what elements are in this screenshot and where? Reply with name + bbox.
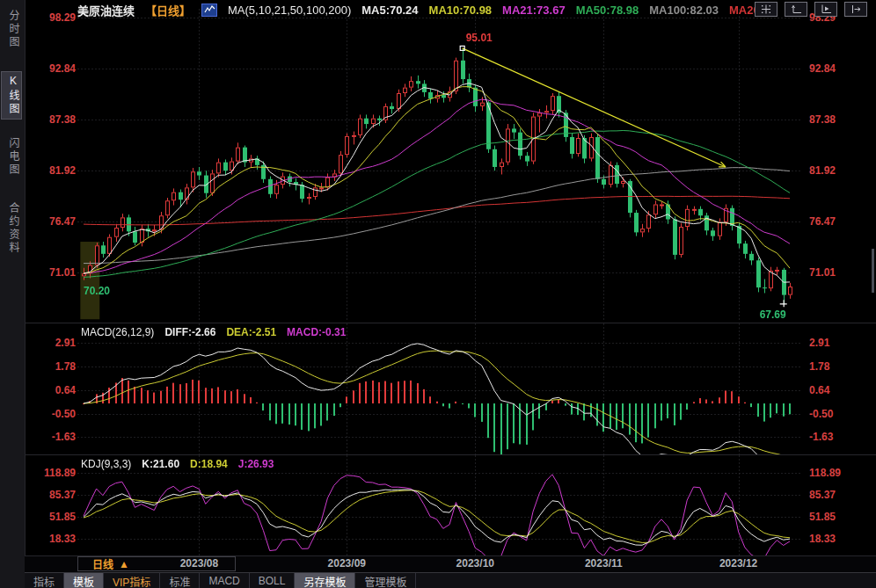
macd-title: MACD(26,12,9) [81, 326, 154, 338]
y-axis-tick: 0.64 [809, 384, 871, 396]
sidebar-item-contract-info[interactable]: 合约资料 [2, 200, 21, 258]
ma-caption: MA(5,10,21,50,100,200) [228, 4, 351, 17]
ma-value: MA10:70.98 [429, 4, 493, 17]
kdj-values: K:21.60D:18.94J:26.93 [142, 458, 274, 470]
macd-header: MACD(26,12,9) DIFF:-2.66DEA:-2.51MACD:-0… [81, 326, 346, 338]
y-axis-tick: 81.92 [809, 164, 871, 177]
y-axis-tick: 92.84 [809, 62, 871, 75]
x-axis-date: 2023/09 [328, 557, 366, 570]
macd-chart[interactable] [77, 323, 800, 454]
kdj-value: J:26.93 [238, 458, 274, 470]
ma-value: MA50:78.98 [576, 4, 639, 17]
pan-right-icon[interactable] [844, 2, 867, 17]
y-axis-tick: 118.89 [25, 467, 76, 479]
y-axis-tick: 76.47 [809, 215, 871, 228]
macd-value: MACD:-0.31 [287, 326, 346, 338]
sidebar-item-minute-chart[interactable]: 分时图 [2, 7, 21, 52]
kdj-title: KDJ(9,3,3) [81, 458, 131, 470]
axis-zoom-icon[interactable] [785, 2, 807, 17]
y-axis-tick: 87.38 [25, 113, 76, 126]
crosshair-icon[interactable] [755, 2, 777, 17]
tab-macd[interactable]: MACD [200, 573, 249, 588]
chart-toolbar [755, 2, 867, 17]
y-axis-tick: 87.38 [809, 113, 871, 126]
y-axis-left: 98.2992.8487.3881.9276.4771.012.911.780.… [25, 0, 76, 588]
ma-value: MA5:70.24 [361, 4, 418, 17]
y-axis-tick: 81.92 [25, 164, 76, 177]
x-axis-date: 2023/08 [180, 557, 218, 570]
kdj-value: K:21.60 [142, 458, 179, 470]
y-axis-tick: 98.29 [25, 11, 76, 24]
y-axis-tick: 2.91 [809, 337, 871, 349]
macd-values: DIFF:-2.66DEA:-2.51MACD:-0.31 [164, 326, 346, 338]
kdj-header: KDJ(9,3,3) K:21.60D:18.94J:26.93 [81, 458, 274, 470]
axis-play-icon[interactable] [814, 2, 837, 17]
y-axis-tick: -0.50 [25, 408, 76, 420]
x-axis-row: 日线 ▲ 2023/082023/092023/102023/112023/12 [25, 556, 876, 572]
macd-value: DIFF:-2.66 [164, 326, 215, 338]
x-axis-dates: 2023/082023/092023/102023/112023/12 [77, 557, 800, 571]
y-axis-tick: 71.01 [25, 266, 76, 279]
tab-vip-indicators[interactable]: VIP指标 [104, 573, 160, 588]
sidebar: 分时图K线图闪电图合约资料 [0, 0, 26, 588]
y-axis-tick: -0.50 [809, 408, 871, 420]
tab-boll[interactable]: BOLL [250, 573, 296, 588]
macd-value: DEA:-2.51 [226, 326, 276, 338]
y-axis-tick: 18.33 [25, 533, 76, 545]
y-axis-tick: 118.89 [809, 467, 871, 479]
period-tag: 【日线】 [145, 2, 191, 18]
y-axis-tick: -1.63 [809, 431, 871, 443]
x-axis-date: 2023/10 [456, 557, 494, 570]
ma-value: MA100:82.03 [649, 4, 719, 17]
y-axis-tick: 85.37 [809, 489, 871, 501]
y-axis-tick: 1.78 [25, 360, 76, 373]
main-kline-chart[interactable] [77, 9, 800, 322]
tab-templates[interactable]: 模板 [64, 573, 104, 588]
y-axis-tick: 51.85 [25, 511, 76, 523]
y-axis-tick: 18.33 [809, 533, 871, 545]
tab-manage-template[interactable]: 管理模板 [355, 573, 416, 588]
bottom-tab-bar: 指标模板VIP指标标准MACDBOLL另存模板管理模板 [25, 572, 876, 588]
y-axis-tick: 1.78 [809, 360, 871, 373]
trading-app: 分时图K线图闪电图合约资料 美原油连续 【日线】 MA(5,10,21,50,1… [0, 0, 876, 588]
tab-standard[interactable]: 标准 [160, 573, 200, 588]
chart-header: 美原油连续 【日线】 MA(5,10,21,50,100,200) MA5:70… [77, 2, 776, 18]
y-axis-tick: 51.85 [809, 511, 871, 523]
line-chart-icon[interactable] [201, 4, 217, 17]
sidebar-item-flash-chart[interactable]: 闪电图 [2, 134, 21, 179]
y-axis-tick: 76.47 [25, 215, 76, 228]
tab-save-template[interactable]: 另存模板 [295, 573, 355, 588]
y-axis-right: 98.2992.8487.3881.9276.4771.012.911.780.… [809, 0, 871, 588]
y-axis-tick: 0.64 [25, 384, 76, 396]
x-axis-date: 2023/11 [585, 557, 623, 570]
y-axis-tick: 85.37 [25, 489, 76, 501]
y-axis-tick: -1.63 [25, 431, 76, 443]
ma-value: MA21:73.67 [502, 4, 566, 17]
scrollbar-thumb[interactable] [872, 249, 874, 293]
y-axis-tick: 71.01 [809, 266, 871, 279]
ma-values: MA5:70.24MA10:70.98MA21:73.67MA50:78.98M… [361, 4, 776, 17]
y-axis-tick: 92.84 [25, 62, 76, 75]
symbol-name: 美原油连续 [77, 2, 135, 18]
tab-indicators[interactable]: 指标 [25, 573, 64, 588]
kdj-chart[interactable] [77, 455, 800, 555]
sidebar-item-kline-chart[interactable]: K线图 [2, 72, 21, 119]
kdj-value: D:18.94 [190, 458, 228, 470]
y-axis-tick: 2.91 [25, 337, 76, 349]
x-axis-date: 2023/12 [719, 557, 757, 570]
